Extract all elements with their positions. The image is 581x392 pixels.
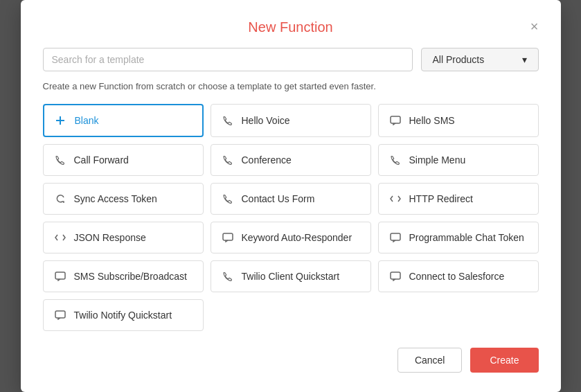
template-card-programmable-chat-token[interactable]: Programmable Chat Token bbox=[378, 222, 539, 253]
template-card-hello-voice[interactable]: Hello Voice bbox=[211, 104, 371, 137]
new-function-modal: New Function × All Products ▾ Create a n… bbox=[21, 0, 561, 392]
search-input[interactable] bbox=[43, 48, 413, 71]
template-icon-twilio-client-quickstart bbox=[222, 271, 235, 282]
template-card-sms-subscribe-broadcast[interactable]: SMS Subscribe/Broadcast bbox=[43, 260, 204, 292]
template-label-hello-sms: Hello SMS bbox=[409, 115, 455, 126]
template-card-json-response[interactable]: JSON Response bbox=[43, 222, 204, 253]
template-card-conference[interactable]: Conference bbox=[211, 144, 371, 176]
template-icon-sms-subscribe-broadcast bbox=[55, 271, 67, 281]
template-card-blank[interactable]: Blank bbox=[43, 104, 204, 137]
template-label-http-redirect: HTTP Redirect bbox=[409, 193, 473, 204]
template-icon-programmable-chat-token bbox=[390, 233, 402, 242]
template-icon-http-redirect bbox=[390, 195, 402, 203]
template-label-twilio-client-quickstart: Twilio Client Quickstart bbox=[242, 271, 340, 282]
all-products-dropdown[interactable]: All Products ▾ bbox=[421, 48, 539, 71]
template-label-keyword-auto-responder: Keyword Auto-Responder bbox=[242, 232, 352, 243]
template-label-programmable-chat-token: Programmable Chat Token bbox=[409, 232, 524, 243]
template-card-contact-us-form[interactable]: Contact Us Form bbox=[211, 183, 371, 215]
template-label-hello-voice: Hello Voice bbox=[242, 115, 290, 126]
search-row: All Products ▾ bbox=[43, 48, 539, 71]
template-grid: Blank Hello Voice Hello SMS Call Forward… bbox=[43, 104, 539, 331]
svg-rect-3 bbox=[223, 233, 233, 240]
template-card-http-redirect[interactable]: HTTP Redirect bbox=[378, 183, 539, 215]
close-button[interactable]: × bbox=[530, 19, 539, 33]
dropdown-label: All Products bbox=[433, 54, 485, 65]
template-label-connect-to-salesforce: Connect to Salesforce bbox=[409, 271, 505, 282]
modal-title: New Function bbox=[248, 19, 332, 35]
template-icon-keyword-auto-responder bbox=[222, 233, 235, 242]
template-icon-connect-to-salesforce bbox=[390, 271, 402, 281]
template-label-contact-us-form: Contact Us Form bbox=[242, 193, 315, 204]
template-label-blank: Blank bbox=[75, 115, 99, 126]
svg-rect-7 bbox=[55, 311, 65, 318]
create-button[interactable]: Create bbox=[470, 348, 538, 373]
template-icon-json-response bbox=[55, 233, 67, 242]
svg-rect-4 bbox=[391, 233, 400, 240]
template-label-sms-subscribe-broadcast: SMS Subscribe/Broadcast bbox=[74, 271, 187, 282]
template-label-simple-menu: Simple Menu bbox=[409, 154, 466, 166]
svg-rect-5 bbox=[55, 272, 65, 279]
template-label-conference: Conference bbox=[242, 154, 292, 166]
template-card-hello-sms[interactable]: Hello SMS bbox=[378, 104, 539, 137]
chevron-down-icon: ▾ bbox=[522, 54, 527, 65]
template-card-connect-to-salesforce[interactable]: Connect to Salesforce bbox=[378, 260, 539, 292]
template-icon-call-forward bbox=[55, 155, 67, 166]
subtitle-text: Create a new Function from scratch or ch… bbox=[43, 81, 539, 91]
template-card-sync-access-token[interactable]: Sync Access Token bbox=[43, 183, 204, 215]
template-card-keyword-auto-responder[interactable]: Keyword Auto-Responder bbox=[211, 222, 371, 253]
template-icon-twilio-notify-quickstart bbox=[55, 310, 67, 320]
template-icon-conference bbox=[222, 155, 235, 166]
template-card-twilio-notify-quickstart[interactable]: Twilio Notify Quickstart bbox=[43, 299, 204, 331]
svg-rect-6 bbox=[391, 272, 400, 279]
template-label-twilio-notify-quickstart: Twilio Notify Quickstart bbox=[74, 310, 172, 321]
template-icon-sync-access-token bbox=[55, 194, 67, 204]
template-icon-blank bbox=[55, 116, 68, 125]
template-icon-hello-sms bbox=[390, 116, 402, 125]
template-icon-contact-us-form bbox=[222, 194, 235, 204]
template-label-call-forward: Call Forward bbox=[74, 154, 129, 166]
modal-header: New Function × bbox=[43, 19, 539, 35]
template-label-json-response: JSON Response bbox=[74, 232, 146, 243]
template-icon-hello-voice bbox=[222, 116, 235, 126]
modal-footer: Cancel Create bbox=[43, 348, 539, 373]
template-label-sync-access-token: Sync Access Token bbox=[74, 193, 157, 204]
template-card-twilio-client-quickstart[interactable]: Twilio Client Quickstart bbox=[211, 260, 371, 292]
cancel-button[interactable]: Cancel bbox=[397, 348, 463, 373]
template-card-call-forward[interactable]: Call Forward bbox=[43, 144, 204, 176]
template-icon-simple-menu bbox=[390, 155, 402, 166]
template-card-simple-menu[interactable]: Simple Menu bbox=[378, 144, 539, 176]
svg-rect-2 bbox=[391, 116, 400, 123]
